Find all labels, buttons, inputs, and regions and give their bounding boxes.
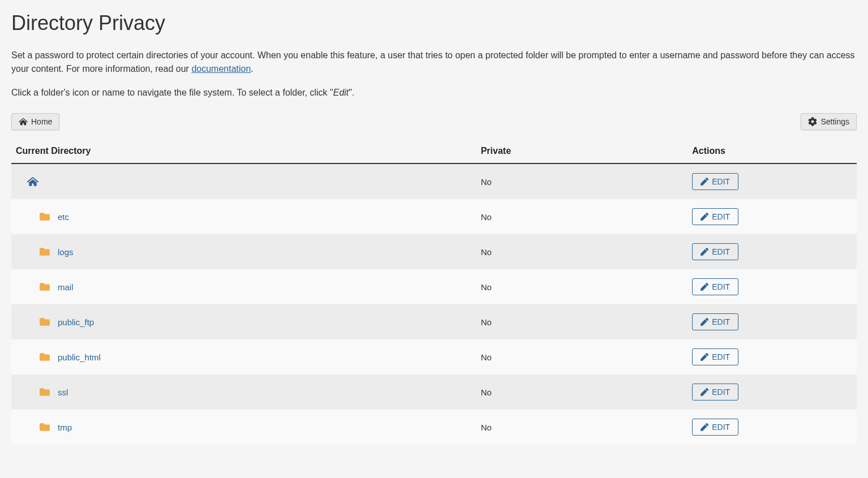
description-2-em: Edit bbox=[333, 88, 349, 97]
pencil-icon bbox=[701, 318, 708, 326]
table-row: sslNo EDIT bbox=[11, 374, 857, 410]
settings-button-label: Settings bbox=[820, 117, 849, 126]
folder-icon[interactable] bbox=[38, 282, 51, 292]
edit-button-label: EDIT bbox=[712, 423, 730, 432]
pencil-icon bbox=[701, 213, 708, 221]
private-value: No bbox=[476, 374, 688, 410]
description-text: Set a password to protect certain direct… bbox=[11, 50, 855, 74]
private-value: No bbox=[476, 163, 688, 199]
documentation-link[interactable]: documentation bbox=[191, 64, 251, 74]
pencil-icon bbox=[701, 178, 708, 186]
edit-button-label: EDIT bbox=[712, 177, 730, 186]
table-row: logsNo EDIT bbox=[11, 234, 857, 269]
description-2: Click a folder's icon or name to navigat… bbox=[11, 86, 857, 100]
edit-button[interactable]: EDIT bbox=[692, 208, 738, 225]
folder-icon[interactable] bbox=[38, 352, 51, 362]
edit-button-label: EDIT bbox=[712, 352, 730, 361]
private-value: No bbox=[476, 234, 688, 269]
edit-button-label: EDIT bbox=[712, 212, 730, 221]
folder-link[interactable]: public_html bbox=[58, 352, 101, 362]
folder-icon[interactable] bbox=[38, 247, 51, 257]
private-value: No bbox=[476, 339, 688, 374]
folder-icon[interactable] bbox=[38, 212, 51, 222]
private-value: No bbox=[476, 199, 688, 234]
table-row: public_ftpNo EDIT bbox=[11, 304, 857, 339]
edit-button[interactable]: EDIT bbox=[692, 278, 738, 295]
folder-link[interactable]: tmp bbox=[58, 423, 72, 432]
folder-icon[interactable] bbox=[38, 317, 51, 327]
folder-icon[interactable] bbox=[38, 422, 51, 432]
private-value: No bbox=[476, 304, 688, 339]
edit-button[interactable]: EDIT bbox=[692, 384, 738, 401]
edit-button[interactable]: EDIT bbox=[692, 313, 738, 330]
description-1: Set a password to protect certain direct… bbox=[11, 49, 857, 76]
folder-link[interactable]: public_ftp bbox=[58, 317, 94, 327]
edit-button-label: EDIT bbox=[712, 282, 730, 291]
pencil-icon bbox=[701, 388, 708, 396]
table-row: No EDIT bbox=[11, 163, 857, 199]
pencil-icon bbox=[701, 353, 708, 361]
gear-icon bbox=[808, 117, 817, 126]
toolbar: Home Settings bbox=[11, 113, 857, 130]
edit-button-label: EDIT bbox=[712, 247, 730, 256]
edit-button[interactable]: EDIT bbox=[692, 243, 738, 260]
edit-button[interactable]: EDIT bbox=[692, 419, 738, 436]
edit-button[interactable]: EDIT bbox=[692, 173, 738, 190]
home-icon bbox=[19, 118, 28, 126]
pencil-icon bbox=[701, 283, 708, 291]
description-text-tail: . bbox=[251, 64, 253, 74]
header-actions: Actions bbox=[687, 140, 857, 163]
page-title: Directory Privacy bbox=[11, 11, 857, 35]
folder-icon[interactable] bbox=[38, 387, 51, 397]
description-2-tail: ". bbox=[349, 88, 354, 97]
edit-button-label: EDIT bbox=[712, 387, 730, 397]
description-2-text: Click a folder's icon or name to navigat… bbox=[11, 88, 333, 97]
folder-link[interactable]: ssl bbox=[58, 387, 68, 397]
header-current-directory: Current Directory bbox=[11, 140, 476, 163]
private-value: No bbox=[476, 410, 688, 445]
table-row: etcNo EDIT bbox=[11, 199, 857, 234]
private-value: No bbox=[476, 269, 688, 304]
edit-button-label: EDIT bbox=[712, 317, 730, 326]
table-row: tmpNo EDIT bbox=[11, 410, 857, 445]
edit-button[interactable]: EDIT bbox=[692, 348, 738, 365]
directory-table: Current Directory Private Actions No EDI… bbox=[11, 140, 857, 445]
header-private: Private bbox=[476, 140, 688, 163]
pencil-icon bbox=[701, 248, 708, 256]
table-row: public_htmlNo EDIT bbox=[11, 339, 857, 374]
pencil-icon bbox=[701, 423, 708, 431]
home-icon[interactable] bbox=[16, 176, 38, 187]
settings-button[interactable]: Settings bbox=[801, 113, 857, 130]
table-row: mailNo EDIT bbox=[11, 269, 857, 304]
folder-link[interactable]: logs bbox=[58, 247, 74, 257]
home-button[interactable]: Home bbox=[11, 113, 59, 130]
folder-link[interactable]: etc bbox=[58, 212, 69, 222]
folder-link[interactable]: mail bbox=[58, 282, 74, 292]
home-button-label: Home bbox=[31, 117, 52, 126]
